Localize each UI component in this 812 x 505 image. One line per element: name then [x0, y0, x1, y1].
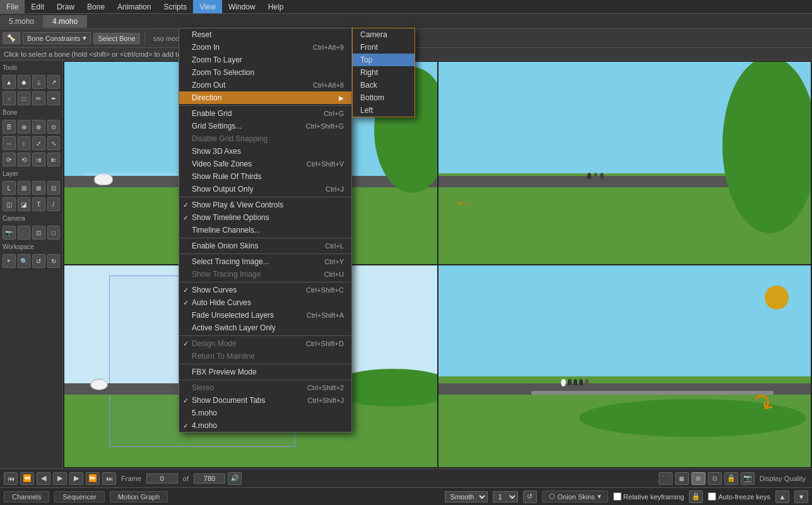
camera-lock-button[interactable]: 📷	[741, 472, 755, 485]
layer-tool-7[interactable]: T	[32, 197, 45, 211]
total-frames-input[interactable]	[194, 473, 225, 484]
workspace-tool-1[interactable]: ⌖	[3, 254, 16, 268]
bone-tool-9[interactable]: ⟳	[3, 153, 16, 166]
menu-zoom-to-layer[interactable]: Zoom To Layer	[179, 54, 351, 66]
menu-show-rule-of-thirds[interactable]: Show Rule Of Thirds	[179, 170, 351, 183]
menu-zoom-out[interactable]: Zoom Out Ctrl+Alt+8	[179, 79, 351, 91]
camera-tool-1[interactable]: 📷	[3, 226, 16, 240]
camera-tool-2[interactable]: 🎥	[18, 226, 31, 240]
next-keyframe-button[interactable]: ▶	[69, 472, 83, 485]
auto-freeze-checkbox[interactable]	[708, 492, 716, 501]
bone-tool-3[interactable]: ⊗	[32, 120, 45, 134]
submenu-bottom[interactable]: Bottom	[353, 91, 415, 104]
lock-button[interactable]: 🔒	[724, 472, 738, 485]
bone-constraints-dropdown[interactable]: Bone Constraints ▾	[23, 32, 91, 44]
tool-rect[interactable]: □	[18, 91, 31, 105]
bone-tool-8[interactable]: ⤡	[47, 136, 61, 150]
menu-enable-grid[interactable]: Enable Grid Ctrl+G	[179, 107, 351, 120]
menu-window[interactable]: Window	[222, 0, 262, 13]
layer-tool-3[interactable]: ⊠	[32, 181, 45, 195]
select-bone-button[interactable]: Select Bone	[93, 33, 139, 44]
menu-view[interactable]: View	[193, 0, 222, 13]
menu-timeline-channels[interactable]: Timeline Channels...	[179, 224, 351, 236]
layer-tool-2[interactable]: ⊞	[18, 181, 31, 195]
number-select[interactable]: 1	[493, 491, 518, 502]
refresh-icon[interactable]: ↺	[523, 490, 537, 503]
viewport-bottom-right[interactable]	[438, 265, 811, 468]
sequencer-tab[interactable]: Sequencer	[54, 491, 104, 502]
tool-pencil[interactable]: ✏	[32, 91, 45, 105]
bone-tool-11[interactable]: ⇉	[32, 153, 45, 166]
menu-show-output-only[interactable]: Show Output Only Ctrl+J	[179, 183, 351, 195]
menu-show-3d-axes[interactable]: Show 3D Axes	[179, 145, 351, 158]
menu-show-curves[interactable]: ✓ Show Curves Ctrl+Shift+C	[179, 284, 351, 296]
go-start-button[interactable]: ⏮	[4, 472, 18, 485]
menu-fade-unselected-layers[interactable]: Fade Unselected Layers Ctrl+Shift+A	[179, 309, 351, 322]
menu-select-tracing-image[interactable]: Select Tracing Image... Ctrl+Y	[179, 255, 351, 268]
bone-tool-5[interactable]: ↔	[3, 136, 16, 150]
volume-button[interactable]: 🔊	[228, 472, 242, 485]
tool-pen[interactable]: ✒	[47, 91, 61, 105]
menu-help[interactable]: Help	[262, 0, 290, 13]
workspace-tool-2[interactable]: 🔍	[18, 254, 31, 268]
workspace-tool-3[interactable]: ↺	[32, 254, 45, 268]
menu-enable-onion-skins[interactable]: Enable Onion Skins Ctrl+L	[179, 240, 351, 252]
menu-show-play-view-controls[interactable]: ✓ Show Play & View Controls	[179, 199, 351, 211]
scroll-down-button[interactable]: ▼	[794, 490, 808, 503]
menu-fbx-preview-mode[interactable]: FBX Preview Mode	[179, 366, 351, 378]
layer-tool-8[interactable]: /	[47, 197, 61, 211]
bone-tool-12[interactable]: ⇇	[47, 153, 61, 166]
view-mode-2-button[interactable]: ▦	[675, 472, 689, 485]
view-mode-1-button[interactable]: ⬛	[659, 472, 673, 485]
tool-arrow[interactable]: ↗	[47, 75, 61, 89]
layer-tool-4[interactable]: ⊡	[47, 181, 61, 195]
menu-direction[interactable]: Direction ▶	[179, 91, 351, 104]
menu-zoom-to-selection[interactable]: Zoom To Selection	[179, 66, 351, 79]
menu-file[interactable]: File	[0, 0, 25, 13]
camera-tool-4[interactable]: □	[47, 226, 61, 240]
smooth-select[interactable]: Smooth	[445, 491, 488, 502]
menu-draw[interactable]: Draw	[50, 0, 81, 13]
menu-grid-settings[interactable]: Grid Settings... Ctrl+Shift+G	[179, 120, 351, 132]
submenu-front[interactable]: Front	[353, 41, 415, 54]
keyframe-lock-icon[interactable]: 🔒	[689, 490, 703, 503]
bone-tool-10[interactable]: ⟲	[18, 153, 31, 166]
tool-transform[interactable]: ◆	[18, 75, 31, 89]
submenu-camera[interactable]: Camera	[353, 28, 415, 41]
menu-reset[interactable]: Reset	[179, 28, 351, 41]
submenu-left[interactable]: Left	[353, 104, 415, 117]
bone-tool-6[interactable]: ↕	[18, 136, 31, 150]
menu-show-document-tabs[interactable]: ✓ Show Document Tabs Ctrl+Shift+J	[179, 394, 351, 407]
layer-tool-6[interactable]: ◪	[18, 197, 31, 211]
channels-tab[interactable]: Channels	[4, 491, 49, 502]
menu-animation[interactable]: Animation	[111, 0, 157, 13]
onion-skins-button[interactable]: ⬡ Onion Skins ▾	[542, 490, 608, 502]
tab-4moho[interactable]: 4.moho	[44, 15, 87, 28]
bone-tool-7[interactable]: ⤢	[32, 136, 45, 150]
scroll-up-button[interactable]: ▲	[775, 490, 789, 503]
bone-tool-2[interactable]: ⊕	[18, 120, 31, 134]
menu-active-switch-layer-only[interactable]: Active Switch Layer Only	[179, 322, 351, 334]
motion-graph-tab[interactable]: Motion Graph	[110, 491, 168, 502]
layer-tool-1[interactable]: L	[3, 181, 16, 195]
go-end-button[interactable]: ⏭	[102, 472, 116, 485]
relative-keyframing-checkbox[interactable]	[613, 492, 621, 501]
view-mode-3-button[interactable]: ⊞	[691, 472, 705, 485]
menu-show-timeline-options[interactable]: ✓ Show Timeline Options	[179, 211, 351, 224]
menu-auto-hide-curves[interactable]: ✓ Auto Hide Curves	[179, 296, 351, 309]
menu-5moho[interactable]: 5.moho	[179, 407, 351, 419]
view-mode-4-button[interactable]: ⊡	[708, 472, 722, 485]
menu-bone[interactable]: Bone	[81, 0, 111, 13]
submenu-back[interactable]: Back	[353, 79, 415, 91]
menu-4moho[interactable]: ✓ 4.moho	[179, 419, 351, 432]
step-fwd-button[interactable]: ⏩	[86, 472, 100, 485]
step-back-button[interactable]: ⏪	[20, 472, 34, 485]
viewport-top-right[interactable]	[438, 62, 811, 264]
play-button[interactable]: ▶	[53, 472, 67, 485]
tool-pin[interactable]: ⊥	[32, 75, 45, 89]
frame-input[interactable]	[146, 473, 178, 484]
menu-video-safe-zones[interactable]: Video Safe Zones Ctrl+Shift+V	[179, 158, 351, 170]
submenu-top[interactable]: Top	[353, 54, 415, 66]
tool-select[interactable]: ▲	[3, 75, 16, 89]
tool-circle[interactable]: ○	[3, 91, 16, 105]
